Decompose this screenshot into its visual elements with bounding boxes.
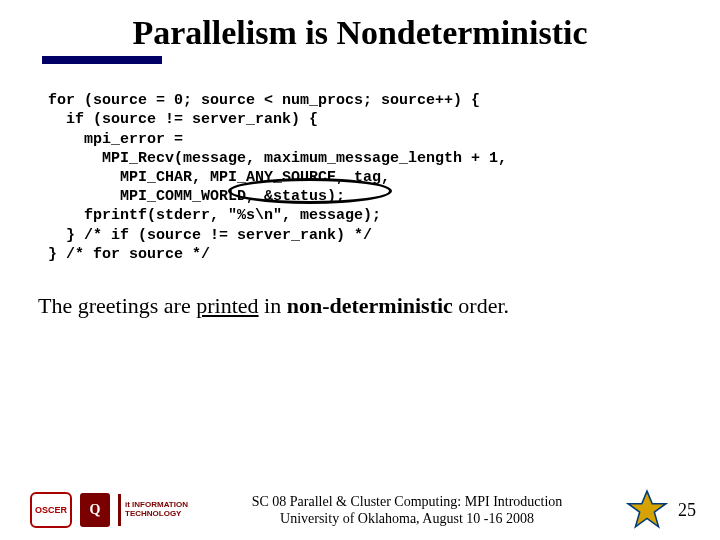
svg-marker-0: [628, 491, 666, 527]
code-line: } /* for source */: [48, 246, 210, 263]
code-line: } /* if (source != server_rank) */: [48, 227, 372, 244]
oscer-logo: OSCER: [30, 492, 72, 528]
code-line: if (source != server_rank) {: [48, 111, 318, 128]
slide-footer: OSCER Q it INFORMATION TECHNOLOGY SC 08 …: [0, 486, 720, 534]
footer-line-1: SC 08 Parallel & Cluster Computing: MPI …: [188, 493, 626, 511]
code-block: for (source = 0; source < num_procs; sou…: [0, 64, 720, 283]
sc-badge-icon: [626, 489, 668, 531]
slide-title: Parallelism is Nondeterministic: [0, 0, 720, 58]
page-number: 25: [678, 500, 720, 521]
footer-text: SC 08 Parallel & Cluster Computing: MPI …: [188, 493, 626, 528]
ou-logo: Q: [80, 493, 110, 527]
code-line: MPI_COMM_WORLD, &status);: [48, 188, 345, 205]
logo-group: OSCER Q it INFORMATION TECHNOLOGY: [0, 492, 188, 528]
title-accent-bar: [42, 56, 162, 64]
nondeterministic-word: non-deterministic: [287, 293, 453, 318]
code-line: MPI_CHAR, MPI_ANY_SOURCE, tag,: [48, 169, 390, 186]
printed-word: printed: [196, 293, 258, 318]
code-line: for (source = 0; source < num_procs; sou…: [48, 92, 480, 109]
code-highlighted-term: MPI_ANY_SOURCE: [210, 168, 336, 187]
code-line: fprintf(stderr, "%s\n", message);: [48, 207, 381, 224]
body-sentence: The greetings are printed in non-determi…: [0, 283, 720, 319]
code-line: MPI_Recv(message, maximum_message_length…: [48, 150, 507, 167]
it-logo: it INFORMATION TECHNOLOGY: [118, 494, 188, 526]
code-line: mpi_error =: [48, 131, 183, 148]
footer-line-2: University of Oklahoma, August 10 -16 20…: [188, 510, 626, 528]
